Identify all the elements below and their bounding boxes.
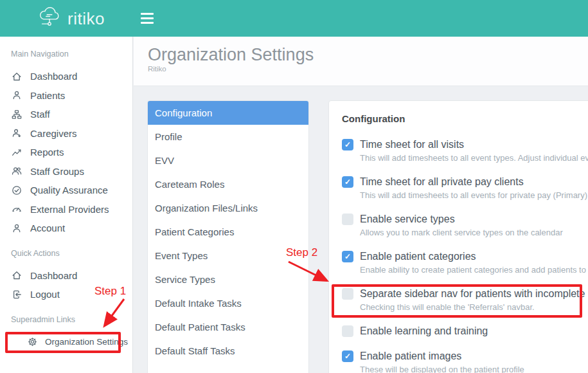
page-subtitle: Ritiko	[148, 65, 588, 73]
gauge-icon	[11, 204, 22, 215]
sidebar-item-label: Organization Settings	[45, 337, 128, 347]
settings-menu-item-service-types[interactable]: Service Types	[148, 268, 308, 291]
cloud-network-icon	[36, 5, 63, 33]
settings-menu-item-patient-categories[interactable]: Patient Categories	[148, 220, 308, 244]
logout-icon	[11, 289, 22, 300]
sidebar-item-dashboard[interactable]: Dashboard	[0, 67, 132, 86]
sidebar-section-quick-actions: Quick Actions Dashboard Logout	[0, 249, 132, 304]
top-navbar: ritiko	[0, 0, 588, 37]
settings-menu-item-default-intake-tasks[interactable]: Default Intake Tasks	[148, 291, 308, 315]
logo-text: ritiko	[67, 9, 105, 29]
sidebar-item-account[interactable]: Account	[0, 219, 132, 238]
setting-row-enable-patient-images: Enable patient images These will be disp…	[342, 350, 588, 373]
sidebar-item-label: Reports	[30, 147, 64, 158]
users-icon	[11, 166, 22, 177]
page-header: Organization Settings Ritiko	[134, 37, 588, 86]
sidebar-item-label: Staff Groups	[30, 166, 84, 177]
setting-row-timesheet-private-pay: Time sheet for all private pay clients T…	[342, 176, 588, 200]
setting-label[interactable]: Time sheet for all visits	[360, 138, 464, 150]
content-area: Configuration Profile EVV Careteam Roles…	[134, 86, 588, 373]
sidebar-item-label: Dashboard	[30, 71, 77, 82]
sidebar-item-label: Patients	[30, 90, 65, 101]
logo[interactable]: ritiko	[36, 5, 105, 32]
sidebar-item-label: Account	[30, 223, 65, 233]
setting-help-text: Allows you to mark client service types …	[360, 228, 588, 237]
sidebar-item-organization-settings[interactable]: Organization Settings	[0, 332, 132, 352]
settings-menu-item-organization-files-links[interactable]: Organization Files/Links	[148, 196, 308, 220]
sidebar-item-label: Caregivers	[30, 128, 77, 139]
chart-line-icon	[11, 147, 22, 158]
sidebar-item-label: External Providers	[30, 204, 109, 215]
setting-help-text: These will be displayed on the patient p…	[360, 365, 588, 373]
configuration-panel: Configuration Time sheet for all visits …	[328, 100, 588, 373]
settings-menu-item-evv[interactable]: EVV	[148, 149, 308, 172]
sidebar-item-logout[interactable]: Logout	[0, 285, 132, 304]
sidebar-item-label: Quality Assurance	[30, 185, 108, 196]
sidebar-item-patients[interactable]: Patients	[0, 86, 132, 105]
configuration-panel-title: Configuration	[342, 113, 588, 125]
sidebar-item-staff[interactable]: Staff	[0, 105, 132, 124]
sidebar-item-label: Dashboard	[30, 270, 77, 281]
settings-menu-item-default-staff-tasks[interactable]: Default Staff Tasks	[148, 339, 308, 363]
setting-help-text: This will add timesheets to all event ty…	[360, 153, 588, 163]
setting-label[interactable]: Separate sidebar nav for patients with i…	[360, 287, 588, 300]
setting-label[interactable]: Enable patient categories	[360, 250, 476, 262]
setting-row-enable-service-types: Enable service types Allows you to mark …	[342, 213, 588, 237]
app-window: ritiko Main Navigation Dashboard Patient…	[0, 0, 588, 373]
setting-row-enable-patient-categories: Enable patient categories Enable ability…	[342, 250, 588, 275]
sidebar-section-label: Superadmin Links	[11, 315, 132, 324]
setting-label[interactable]: Enable patient images	[360, 350, 461, 362]
sidebar-section-main-navigation: Main Navigation Dashboard Patients Staff	[0, 50, 132, 238]
checkbox[interactable]	[342, 325, 353, 337]
sitemap-icon	[11, 109, 22, 120]
settings-menu-item-careteam-roles[interactable]: Careteam Roles	[148, 172, 308, 196]
sidebar-section-label: Quick Actions	[11, 249, 132, 258]
setting-help-text: Enable ability to create patient categor…	[360, 265, 588, 275]
checkbox[interactable]	[342, 214, 353, 225]
home-icon	[11, 71, 22, 82]
user-icon	[11, 90, 22, 101]
sidebar-section-superadmin-links: Superadmin Links Organization Settings	[0, 315, 132, 352]
hamburger-icon[interactable]	[141, 13, 154, 24]
home-icon	[11, 270, 22, 281]
gear-icon	[27, 336, 38, 347]
sidebar-item-label: Logout	[30, 289, 60, 300]
settings-menu: Configuration Profile EVV Careteam Roles…	[147, 100, 309, 373]
setting-label[interactable]: Enable service types	[360, 213, 455, 225]
page-title: Organization Settings	[148, 45, 588, 64]
checkbox[interactable]	[342, 350, 353, 362]
sidebar: Main Navigation Dashboard Patients Staff	[0, 37, 133, 373]
checkbox[interactable]	[342, 251, 353, 262]
settings-menu-item-configuration[interactable]: Configuration	[148, 101, 308, 125]
checkbox[interactable]	[342, 139, 353, 150]
sidebar-item-dashboard-quick[interactable]: Dashboard	[0, 266, 132, 286]
user-arrow-icon	[11, 128, 22, 139]
sidebar-section-label: Main Navigation	[11, 50, 132, 59]
sidebar-item-reports[interactable]: Reports	[0, 143, 132, 162]
setting-help-text: Checking this will enable the 'Referrals…	[360, 302, 588, 312]
setting-label[interactable]: Time sheet for all private pay clients	[360, 176, 524, 188]
setting-row-enable-learning-training: Enable learning and training	[342, 325, 588, 337]
main-content: Organization Settings Ritiko Configurati…	[134, 37, 588, 373]
sidebar-item-staff-groups[interactable]: Staff Groups	[0, 162, 132, 181]
setting-help-text: This will add timesheets to all events f…	[360, 190, 588, 200]
settings-menu-item-default-patient-tasks[interactable]: Default Patient Tasks	[148, 315, 308, 339]
sidebar-item-caregivers[interactable]: Caregivers	[0, 124, 132, 143]
settings-menu-item-profile[interactable]: Profile	[148, 125, 308, 149]
checkbox[interactable]	[342, 176, 353, 188]
user-icon	[11, 223, 22, 233]
sidebar-item-quality-assurance[interactable]: Quality Assurance	[0, 181, 132, 200]
settings-menu-item-event-types[interactable]: Event Types	[148, 244, 308, 268]
check-circle-icon	[11, 185, 22, 196]
setting-row-separate-sidebar-nav: Separate sidebar nav for patients with i…	[342, 287, 588, 312]
setting-label[interactable]: Enable learning and training	[360, 325, 488, 337]
sidebar-item-external-providers[interactable]: External Providers	[0, 200, 132, 219]
checkbox[interactable]	[342, 288, 353, 300]
sidebar-item-label: Staff	[30, 109, 50, 120]
setting-row-timesheet-all-visits: Time sheet for all visits This will add …	[342, 138, 588, 163]
